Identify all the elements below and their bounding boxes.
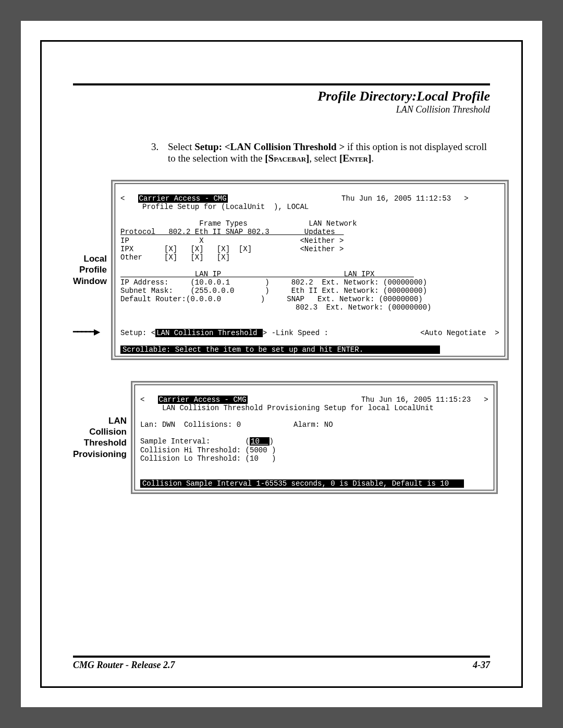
lan-section-header: LAN IP LAN IPX bbox=[120, 270, 414, 278]
setup-line: Setup: <LAN Collision Threshold > -Link … bbox=[120, 329, 499, 337]
header-subtitle: LAN Collision Threshold bbox=[73, 104, 490, 115]
terminal-lan-collision: < Carrier Access - CMG Thu Jun 16, 2005 … bbox=[131, 381, 498, 494]
key-spacebar: [Spacebar] bbox=[265, 153, 309, 164]
page-footer: CMG Router - Release 2.7 4-37 bbox=[73, 656, 490, 671]
callout-local-profile: Local Profile Window bbox=[73, 253, 107, 287]
header-title: Profile Directory:Local Profile bbox=[73, 89, 490, 104]
status-bar-2: Collision Sample Interval 1-65535 second… bbox=[140, 479, 464, 488]
terminal-timestamp-2: Thu Jun 16, 2005 11:15:23 bbox=[361, 396, 471, 404]
row-ipx: IPX [X] [X] [X] [X] <Neither > bbox=[120, 245, 344, 253]
step-text: Select Setup: <LAN Collision Threshold >… bbox=[168, 141, 490, 164]
status-bar-1: Scrollable: Select the item to be set up… bbox=[120, 346, 440, 354]
setup-option-name: Setup: <LAN Collision Threshold > bbox=[194, 141, 345, 152]
setup-selected-option[interactable]: LAN Collision Threshold bbox=[155, 329, 263, 337]
page-header: Profile Directory:Local Profile LAN Coll… bbox=[73, 83, 490, 115]
lan-status-line: Lan: DWN Collisions: 0 Alarm: NO bbox=[140, 421, 333, 429]
sample-interval-row: Sample Interval: (10 ) bbox=[140, 437, 274, 446]
key-enter: [Enter] bbox=[339, 153, 371, 164]
lan-default-router: Default Router:(0.0.0.0 ) SNAP Ext. Netw… bbox=[120, 295, 423, 303]
step-number: 3. bbox=[151, 141, 162, 164]
protocol-header-row: Protocol 802.2 Eth II SNAP 802.3 Updates bbox=[120, 228, 344, 236]
collision-hi-threshold: Collision Hi Threshold: (5000 ) bbox=[140, 446, 276, 454]
terminal-local-profile: ━━━━━▶ < Carrier Access - CMG Thu Jun 16… bbox=[111, 180, 509, 360]
terminal-title: Carrier Access - CMG bbox=[138, 194, 228, 203]
lan-collision-provisioning-row: LAN Collision Threshold Provisioning < C… bbox=[73, 381, 490, 494]
lan-subnet-mask: Subnet Mask: (255.0.0.0 ) Eth II Ext. Ne… bbox=[120, 287, 427, 295]
local-profile-window-row: Local Profile Window ━━━━━▶ < Carrier Ac… bbox=[73, 180, 490, 360]
terminal-timestamp: Thu Jun 16, 2005 11:12:53 bbox=[341, 194, 451, 203]
row-ip: IP X <Neither > bbox=[120, 237, 344, 245]
profile-setup-line: Profile Setup for (LocalUnit ), LOCAL bbox=[120, 203, 309, 211]
pointer-arrow: ━━━━━▶ bbox=[73, 327, 99, 337]
lan-ipx-8023: 802.3 Ext. Network: (00000000) bbox=[120, 303, 432, 312]
document-page: Profile Directory:Local Profile LAN Coll… bbox=[21, 21, 542, 707]
sample-interval-field[interactable]: 10 bbox=[250, 437, 270, 446]
provisioning-title: LAN Collision Threshold Provisioning Set… bbox=[140, 404, 434, 412]
row-other: Other [X] [X] [X] bbox=[120, 253, 230, 262]
callout-lan-collision: LAN Collision Threshold Provisioning bbox=[73, 415, 127, 460]
terminal-screen-1: < Carrier Access - CMG Thu Jun 16, 2005 … bbox=[115, 183, 505, 356]
footer-left: CMG Router - Release 2.7 bbox=[73, 660, 175, 671]
frame-types-label: Frame Types LAN Network bbox=[120, 219, 357, 228]
instruction-step: 3. Select Setup: <LAN Collision Threshol… bbox=[151, 141, 490, 164]
lan-ip-address: IP Address: (10.0.0.1 ) 802.2 Ext. Netwo… bbox=[120, 278, 427, 287]
terminal-title-2: Carrier Access - CMG bbox=[158, 396, 248, 404]
collision-lo-threshold: Collision Lo Threshold: (10 ) bbox=[140, 454, 276, 463]
terminal-screen-2: < Carrier Access - CMG Thu Jun 16, 2005 … bbox=[134, 385, 494, 490]
footer-page-number: 4-37 bbox=[473, 660, 490, 671]
